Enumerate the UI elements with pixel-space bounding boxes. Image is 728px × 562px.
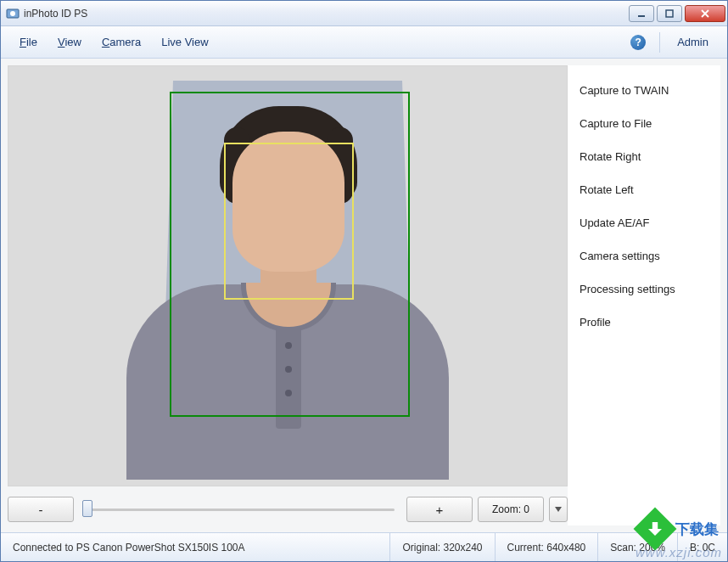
minimize-icon <box>636 9 647 18</box>
app-icon <box>6 7 20 20</box>
maximize-button[interactable] <box>657 5 682 22</box>
action-rotate-left[interactable]: Rotate Left <box>574 173 714 206</box>
zoom-dropdown[interactable] <box>549 497 568 522</box>
help-icon[interactable]: ? <box>630 35 646 50</box>
menu-camera[interactable]: Camera <box>92 31 151 53</box>
zoom-readout: Zoom: 0 <box>478 497 544 522</box>
action-processing-settings[interactable]: Processing settings <box>574 273 714 306</box>
menu-view[interactable]: View <box>48 31 92 53</box>
status-bits: B: 0C <box>677 533 727 561</box>
close-button[interactable] <box>685 5 725 22</box>
zoom-out-button[interactable]: - <box>8 497 74 522</box>
maximize-icon <box>664 9 675 18</box>
zoom-slider[interactable] <box>79 497 401 522</box>
titlebar: inPhoto ID PS <box>1 1 727 26</box>
action-update-aeaf[interactable]: Update AE/AF <box>574 206 714 239</box>
menubar: File View Camera Live View ? Admin <box>1 26 727 59</box>
status-original: Original: 320x240 <box>389 533 494 561</box>
zoom-slider-thumb[interactable] <box>82 500 92 517</box>
face-box <box>224 143 354 300</box>
app-window: inPhoto ID PS File View Camera Live View… <box>0 0 728 562</box>
svg-point-1 <box>10 11 15 16</box>
menu-admin[interactable]: Admin <box>667 31 719 53</box>
menu-file[interactable]: File <box>9 31 48 53</box>
action-capture-file[interactable]: Capture to File <box>574 107 714 140</box>
action-sidebar: Capture to TWAIN Capture to File Rotate … <box>568 65 720 525</box>
menu-divider <box>659 32 660 53</box>
status-current: Current: 640x480 <box>495 533 598 561</box>
preview-frame <box>8 65 568 486</box>
body-area: - + Zoom: 0 Capture to TWAIN Capture to … <box>1 59 727 532</box>
zoom-controls: - + Zoom: 0 <box>8 493 568 525</box>
chevron-down-icon <box>555 507 562 512</box>
status-scan: Scan: 200% <box>597 533 677 561</box>
svg-rect-3 <box>666 10 673 17</box>
svg-rect-2 <box>638 15 645 17</box>
action-rotate-right[interactable]: Rotate Right <box>574 140 714 173</box>
statusbar: Connected to PS Canon PowerShot SX150IS … <box>1 532 727 561</box>
minimize-button[interactable] <box>629 5 654 22</box>
close-icon <box>700 9 710 18</box>
window-title: inPhoto ID PS <box>24 8 629 20</box>
status-connection: Connected to PS Canon PowerShot SX150IS … <box>1 533 389 561</box>
action-camera-settings[interactable]: Camera settings <box>574 239 714 273</box>
live-preview <box>8 66 567 486</box>
window-controls <box>629 5 725 22</box>
menu-liveview[interactable]: Live View <box>151 31 218 53</box>
zoom-in-button[interactable]: + <box>406 497 473 522</box>
preview-column: - + Zoom: 0 <box>8 65 568 525</box>
action-capture-twain[interactable]: Capture to TWAIN <box>574 74 714 107</box>
action-profile[interactable]: Profile <box>574 306 714 339</box>
